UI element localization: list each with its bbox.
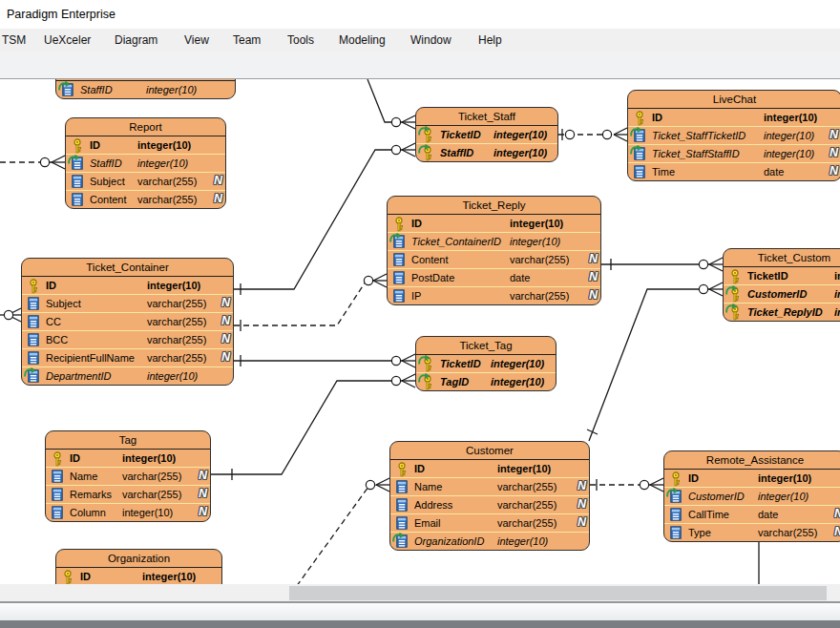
column-row[interactable]: PostDatedateN — [388, 268, 600, 286]
relationship-customer-to-ticket_custom[interactable] — [587, 283, 723, 441]
column-row[interactable]: BCCvarchar(255)N — [22, 330, 233, 348]
nullable-icon: N — [589, 288, 598, 303]
column-row[interactable]: Typevarchar(255)N — [664, 523, 840, 541]
entity-Customer[interactable]: CustomerIDinteger(10)Namevarchar(255)NAd… — [389, 441, 590, 551]
column-icon — [49, 469, 66, 484]
column-type: integer(10) — [497, 463, 551, 474]
entity-Organization[interactable]: OrganizationIDinteger(10) — [55, 549, 222, 584]
entity-Ticket_Staff[interactable]: Ticket_StaffTicketIDinteger(10)StaffIDin… — [415, 107, 558, 162]
relationship-tag-to-ticket_tag[interactable] — [211, 374, 415, 480]
nullable-icon: N — [578, 497, 586, 512]
relationship-ticket_staff-to-livechat[interactable] — [558, 128, 627, 141]
horizontal-scrollbar-thumb[interactable] — [289, 586, 827, 600]
column-row[interactable]: TicketIDinteger(10) — [724, 267, 840, 284]
entity-partial[interactable]: StaffIDinteger(10) — [55, 79, 236, 99]
column-row[interactable]: CallTimedateN — [664, 505, 840, 523]
column-row[interactable]: StaffIDinteger(10) — [56, 81, 235, 98]
column-icon — [69, 174, 86, 189]
column-type: integer(10) — [147, 370, 198, 382]
column-row[interactable]: StaffIDinteger(10) — [66, 154, 225, 172]
column-row[interactable]: Subjectvarchar(255)N — [22, 294, 233, 312]
entity-title: Customer — [390, 442, 589, 460]
foreign-key-icon — [631, 128, 648, 143]
column-row[interactable]: IDinteger(10) — [388, 215, 600, 232]
column-row[interactable]: Ticket_ContainerIDinteger(10) — [388, 232, 600, 250]
nullable-icon: N — [834, 507, 840, 521]
column-row[interactable]: IDinteger(10) — [664, 470, 840, 487]
column-row[interactable]: Subjectvarchar(255)N — [66, 172, 225, 190]
relationship-customer-to-remote_assistance[interactable] — [590, 478, 663, 492]
menu-tools[interactable]: Tools — [287, 29, 314, 52]
column-row[interactable]: CustomerIDinteger(10) — [724, 284, 840, 303]
column-row[interactable]: TicketIDinteger(10) — [416, 355, 556, 372]
column-row[interactable]: Ticket_StaffStaffIDinteger(10)N — [628, 144, 840, 162]
column-row[interactable]: IDinteger(10) — [46, 450, 210, 467]
entity-Ticket_Tag[interactable]: Ticket_TagTicketIDinteger(10)TagIDintege… — [415, 336, 556, 391]
zero-cardinality-circle — [366, 480, 374, 489]
relationship-organization-to-customer[interactable] — [291, 478, 389, 584]
menu-modeling[interactable]: Modeling — [339, 29, 386, 52]
nullable-icon: N — [221, 350, 230, 365]
column-name: Ticket_ReplyID — [747, 306, 823, 318]
column-name: TagID — [440, 376, 469, 387]
entity-Report[interactable]: ReportIDinteger(10)StaffIDinteger(10)Sub… — [65, 117, 226, 209]
horizontal-scrollbar-track[interactable] — [0, 584, 840, 601]
column-row[interactable]: IPvarchar(255)N — [388, 286, 600, 304]
relationship-ticket_reply-to-ticket_custom[interactable] — [601, 258, 723, 271]
column-row[interactable]: Namevarchar(255)N — [46, 467, 210, 485]
relationship-ticket_container-to-ticket_reply[interactable] — [234, 274, 387, 331]
relationship-staff-to-ticket_staff[interactable] — [368, 79, 415, 129]
entity-Tag[interactable]: TagIDinteger(10)Namevarchar(255)NRemarks… — [45, 430, 211, 522]
column-row[interactable]: Remarksvarchar(255)N — [46, 485, 210, 503]
column-row[interactable]: TagIDinteger(10) — [416, 372, 556, 390]
menu-window[interactable]: Window — [410, 29, 452, 52]
diagram-canvas[interactable]: StaffIDinteger(10)ReportIDinteger(10)Sta… — [0, 79, 840, 584]
relationship-ticket_container-to-ticket_tag[interactable] — [234, 354, 415, 367]
relationship-left-to-ticket_container[interactable] — [0, 308, 21, 322]
column-row[interactable]: IDinteger(10) — [22, 277, 233, 294]
column-row[interactable]: RecipientFullNamevarchar(255)N — [22, 348, 233, 366]
column-name: Ticket_StaffStaffID — [652, 148, 740, 159]
column-type: varchar(255) — [510, 254, 569, 265]
nullable-icon: N — [578, 479, 586, 493]
entity-LiveChat[interactable]: LiveChatIDinteger(10)Ticket_StaffTicketI… — [627, 90, 840, 181]
nullable-icon: N — [830, 128, 838, 142]
column-row[interactable]: Contentvarchar(255)N — [66, 190, 225, 208]
column-row[interactable]: Columninteger(10)N — [46, 503, 210, 521]
column-row[interactable]: TimedateN — [628, 162, 840, 180]
column-row[interactable]: Contentvarchar(255)N — [388, 250, 600, 268]
menu-team[interactable]: Team — [233, 29, 261, 52]
column-row[interactable]: Ticket_StaffTicketIDinteger(10)N — [628, 126, 840, 144]
column-row[interactable]: StaffIDinteger(10) — [416, 143, 557, 161]
column-row[interactable]: CCvarchar(255)N — [22, 312, 233, 330]
menu-help[interactable]: Help — [478, 29, 502, 52]
column-icon — [25, 296, 42, 311]
column-name: StaffID — [80, 84, 113, 95]
column-row[interactable]: IDinteger(10) — [390, 460, 589, 477]
column-name: RecipientFullName — [46, 352, 135, 364]
menu-tsm[interactable]: TSM — [2, 29, 26, 52]
column-row[interactable]: Ticket_ReplyIDinteger(10) — [724, 303, 840, 321]
application-window: Paradigm Enterprise TSMUeXcelerDiagramVi… — [0, 0, 840, 628]
column-row[interactable]: OrganizationIDinteger(10) — [390, 532, 589, 550]
primary-foreign-key-icon — [419, 127, 436, 142]
column-type: date — [510, 272, 530, 283]
entity-Ticket_Container[interactable]: Ticket_ContainerIDinteger(10)Subjectvarc… — [21, 258, 234, 386]
entity-Ticket_Custom[interactable]: Ticket_CustomTicketIDinteger(10)Customer… — [723, 248, 840, 322]
relationship-left-to-report[interactable] — [0, 156, 65, 169]
column-row[interactable]: IDinteger(10) — [66, 136, 225, 154]
column-row[interactable]: Namevarchar(255)N — [390, 477, 589, 495]
column-row[interactable]: Addressvarchar(255)N — [390, 495, 589, 513]
menu-diagram[interactable]: Diagram — [115, 29, 158, 52]
entity-Ticket_Reply[interactable]: Ticket_ReplyIDinteger(10)Ticket_Containe… — [387, 196, 601, 305]
column-row[interactable]: DepartmentIDinteger(10) — [22, 366, 233, 385]
menu-view[interactable]: View — [184, 29, 209, 52]
menu-uexceler[interactable]: UeXceler — [44, 29, 91, 52]
column-row[interactable]: Emailvarchar(255)N — [390, 513, 589, 532]
column-row[interactable]: TicketIDinteger(10) — [416, 126, 557, 143]
entity-Remote_Assistance[interactable]: Remote_AssistanceIDinteger(10)CustomerID… — [663, 450, 840, 542]
column-row[interactable]: IDinteger(10) — [628, 109, 840, 126]
column-row[interactable]: IDinteger(10) — [56, 568, 221, 584]
column-row[interactable]: CustomerIDinteger(10) — [664, 487, 840, 505]
window-bottom-edge — [0, 620, 840, 628]
